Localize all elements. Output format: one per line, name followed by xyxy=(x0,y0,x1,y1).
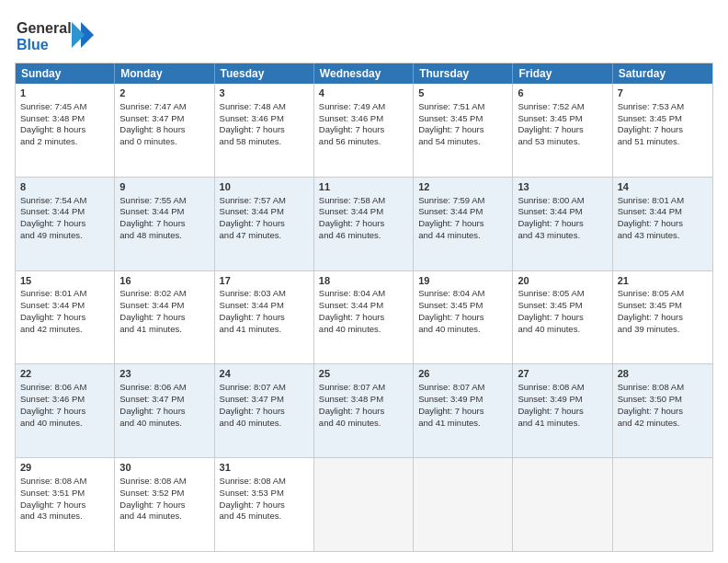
day-number: 13 xyxy=(518,180,607,194)
day-number: 7 xyxy=(618,86,708,100)
day-info: Sunrise: 8:00 AM Sunset: 3:44 PM Dayligh… xyxy=(518,195,584,240)
calendar: SundayMondayTuesdayWednesdayThursdayFrid… xyxy=(15,63,713,552)
day-number: 8 xyxy=(20,180,109,194)
day-info: Sunrise: 8:05 AM Sunset: 3:45 PM Dayligh… xyxy=(518,288,584,333)
day-number: 28 xyxy=(618,367,708,381)
weekday-header: Monday xyxy=(115,63,214,84)
day-info: Sunrise: 8:04 AM Sunset: 3:44 PM Dayligh… xyxy=(319,288,385,333)
day-cell: 18Sunrise: 8:04 AM Sunset: 3:44 PM Dayli… xyxy=(314,271,414,364)
day-info: Sunrise: 8:07 AM Sunset: 3:48 PM Dayligh… xyxy=(319,382,385,427)
day-cell: 16Sunrise: 8:02 AM Sunset: 3:44 PM Dayli… xyxy=(115,271,214,364)
day-info: Sunrise: 8:08 AM Sunset: 3:50 PM Dayligh… xyxy=(618,382,684,427)
day-info: Sunrise: 7:45 AM Sunset: 3:48 PM Dayligh… xyxy=(20,101,86,146)
day-info: Sunrise: 7:51 AM Sunset: 3:45 PM Dayligh… xyxy=(418,101,484,146)
day-number: 16 xyxy=(119,274,209,288)
day-number: 26 xyxy=(418,367,507,381)
day-number: 21 xyxy=(618,274,708,288)
day-cell: 27Sunrise: 8:08 AM Sunset: 3:49 PM Dayli… xyxy=(513,364,612,457)
day-number: 17 xyxy=(220,274,309,288)
day-info: Sunrise: 8:08 AM Sunset: 3:53 PM Dayligh… xyxy=(220,476,286,521)
day-cell: 3Sunrise: 7:48 AM Sunset: 3:46 PM Daylig… xyxy=(215,84,314,177)
header: General Blue xyxy=(15,11,713,57)
day-info: Sunrise: 8:01 AM Sunset: 3:44 PM Dayligh… xyxy=(20,288,86,333)
day-cell: 12Sunrise: 7:59 AM Sunset: 3:44 PM Dayli… xyxy=(414,178,513,270)
day-cell: 29Sunrise: 8:08 AM Sunset: 3:51 PM Dayli… xyxy=(16,458,115,551)
svg-text:Blue: Blue xyxy=(17,37,49,52)
day-cell: 15Sunrise: 8:01 AM Sunset: 3:44 PM Dayli… xyxy=(16,271,115,364)
empty-cell xyxy=(613,458,712,551)
calendar-body: 1Sunrise: 7:45 AM Sunset: 3:48 PM Daylig… xyxy=(16,84,712,551)
day-cell: 17Sunrise: 8:03 AM Sunset: 3:44 PM Dayli… xyxy=(215,271,314,364)
day-cell: 11Sunrise: 7:58 AM Sunset: 3:44 PM Dayli… xyxy=(314,178,414,270)
day-info: Sunrise: 8:05 AM Sunset: 3:45 PM Dayligh… xyxy=(618,288,684,333)
svg-text:General: General xyxy=(17,20,72,36)
day-cell: 10Sunrise: 7:57 AM Sunset: 3:44 PM Dayli… xyxy=(215,178,314,270)
day-number: 24 xyxy=(220,367,309,381)
empty-cell xyxy=(513,458,612,551)
day-info: Sunrise: 8:02 AM Sunset: 3:44 PM Dayligh… xyxy=(119,288,186,333)
day-number: 5 xyxy=(418,86,507,100)
weekday-header: Friday xyxy=(513,63,612,84)
weekday-header: Saturday xyxy=(613,63,712,84)
page: General Blue SundayMondayTuesdayWednesda… xyxy=(0,0,728,563)
day-cell: 31Sunrise: 8:08 AM Sunset: 3:53 PM Dayli… xyxy=(215,458,314,551)
calendar-row: 29Sunrise: 8:08 AM Sunset: 3:51 PM Dayli… xyxy=(16,458,712,551)
day-number: 20 xyxy=(518,274,607,288)
day-number: 15 xyxy=(20,274,109,288)
day-number: 12 xyxy=(418,180,507,194)
day-number: 4 xyxy=(319,86,408,100)
day-number: 18 xyxy=(319,274,408,288)
day-info: Sunrise: 7:47 AM Sunset: 3:47 PM Dayligh… xyxy=(119,101,186,146)
day-info: Sunrise: 7:57 AM Sunset: 3:44 PM Dayligh… xyxy=(220,195,286,240)
weekday-header: Wednesday xyxy=(314,63,414,84)
day-cell: 2Sunrise: 7:47 AM Sunset: 3:47 PM Daylig… xyxy=(115,84,214,177)
day-cell: 28Sunrise: 8:08 AM Sunset: 3:50 PM Dayli… xyxy=(613,364,712,457)
day-cell: 20Sunrise: 8:05 AM Sunset: 3:45 PM Dayli… xyxy=(513,271,612,364)
calendar-row: 8Sunrise: 7:54 AM Sunset: 3:44 PM Daylig… xyxy=(16,178,712,271)
day-number: 10 xyxy=(220,180,309,194)
day-info: Sunrise: 8:06 AM Sunset: 3:47 PM Dayligh… xyxy=(119,382,186,427)
logo-svg: General Blue xyxy=(15,15,97,53)
day-cell: 5Sunrise: 7:51 AM Sunset: 3:45 PM Daylig… xyxy=(414,84,513,177)
day-info: Sunrise: 8:04 AM Sunset: 3:45 PM Dayligh… xyxy=(418,288,484,333)
day-cell: 30Sunrise: 8:08 AM Sunset: 3:52 PM Dayli… xyxy=(115,458,214,551)
day-number: 14 xyxy=(618,180,708,194)
logo: General Blue xyxy=(15,15,97,57)
day-cell: 9Sunrise: 7:55 AM Sunset: 3:44 PM Daylig… xyxy=(115,178,214,270)
weekday-header: Sunday xyxy=(16,63,115,84)
day-info: Sunrise: 7:58 AM Sunset: 3:44 PM Dayligh… xyxy=(319,195,385,240)
day-info: Sunrise: 8:07 AM Sunset: 3:49 PM Dayligh… xyxy=(418,382,484,427)
day-number: 11 xyxy=(319,180,408,194)
day-cell: 8Sunrise: 7:54 AM Sunset: 3:44 PM Daylig… xyxy=(16,178,115,270)
day-info: Sunrise: 7:52 AM Sunset: 3:45 PM Dayligh… xyxy=(518,101,584,146)
day-info: Sunrise: 7:48 AM Sunset: 3:46 PM Dayligh… xyxy=(220,101,286,146)
empty-cell xyxy=(314,458,414,551)
day-cell: 13Sunrise: 8:00 AM Sunset: 3:44 PM Dayli… xyxy=(513,178,612,270)
day-cell: 26Sunrise: 8:07 AM Sunset: 3:49 PM Dayli… xyxy=(414,364,513,457)
day-number: 30 xyxy=(119,461,209,475)
day-info: Sunrise: 8:06 AM Sunset: 3:46 PM Dayligh… xyxy=(20,382,86,427)
day-number: 25 xyxy=(319,367,408,381)
day-cell: 7Sunrise: 7:53 AM Sunset: 3:45 PM Daylig… xyxy=(613,84,712,177)
day-number: 3 xyxy=(220,86,309,100)
day-info: Sunrise: 8:03 AM Sunset: 3:44 PM Dayligh… xyxy=(220,288,286,333)
day-cell: 22Sunrise: 8:06 AM Sunset: 3:46 PM Dayli… xyxy=(16,364,115,457)
weekday-header: Thursday xyxy=(414,63,513,84)
day-cell: 4Sunrise: 7:49 AM Sunset: 3:46 PM Daylig… xyxy=(314,84,414,177)
day-number: 19 xyxy=(418,274,507,288)
day-info: Sunrise: 8:07 AM Sunset: 3:47 PM Dayligh… xyxy=(220,382,286,427)
day-number: 23 xyxy=(119,367,209,381)
day-cell: 14Sunrise: 8:01 AM Sunset: 3:44 PM Dayli… xyxy=(613,178,712,270)
logo-wordmark: General Blue xyxy=(15,15,97,57)
weekday-header: Tuesday xyxy=(215,63,314,84)
day-info: Sunrise: 7:59 AM Sunset: 3:44 PM Dayligh… xyxy=(418,195,484,240)
day-cell: 19Sunrise: 8:04 AM Sunset: 3:45 PM Dayli… xyxy=(414,271,513,364)
day-info: Sunrise: 8:08 AM Sunset: 3:51 PM Dayligh… xyxy=(20,476,86,521)
day-number: 1 xyxy=(20,86,109,100)
day-number: 9 xyxy=(119,180,209,194)
day-number: 6 xyxy=(518,86,607,100)
day-number: 2 xyxy=(119,86,209,100)
day-number: 31 xyxy=(220,461,309,475)
day-info: Sunrise: 7:54 AM Sunset: 3:44 PM Dayligh… xyxy=(20,195,86,240)
calendar-row: 22Sunrise: 8:06 AM Sunset: 3:46 PM Dayli… xyxy=(16,364,712,458)
